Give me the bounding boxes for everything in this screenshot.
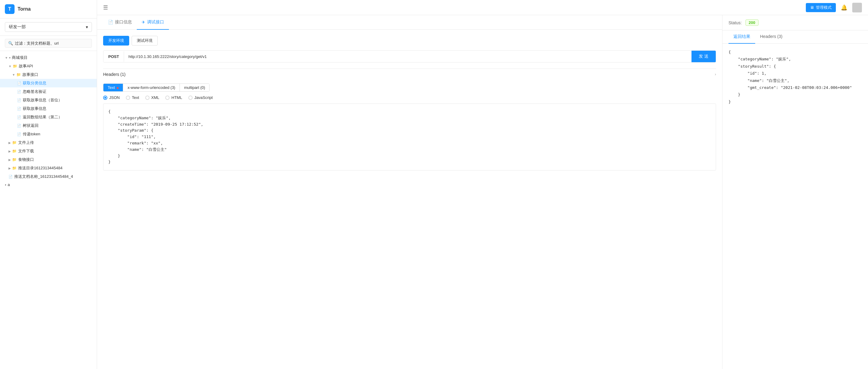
tab-debug[interactable]: ✈ 调试接口 xyxy=(137,15,169,30)
body-tab-multipart[interactable]: multipart (0) xyxy=(180,84,209,91)
result-tab-return-label: 返回结果 xyxy=(733,34,750,39)
status-label: Status: xyxy=(728,20,742,25)
project-icon: ▪ xyxy=(9,56,10,60)
body-tab-form-label: x-www-form-urlencoded (3) xyxy=(127,85,175,90)
sidebar-item-label: 获取故事信息（首位） xyxy=(23,97,62,103)
arrow-icon: ▶ xyxy=(8,150,11,153)
result-code-area: { "categoryName": "娱乐", "storyResult": {… xyxy=(722,44,868,110)
doc-icon: 📄 xyxy=(108,20,113,25)
format-html[interactable]: HTML xyxy=(165,95,182,100)
sidebar-item-label: 传递token xyxy=(23,132,40,137)
sidebar-item-push-doc[interactable]: 📄 推送文档名称_1612313445484_4 xyxy=(0,172,97,181)
mgmt-mode-button[interactable]: 🖥 管理模式 xyxy=(806,3,836,12)
sidebar-item-label: 返回数组结果（第二） xyxy=(23,114,62,120)
dot-indicator xyxy=(117,87,119,89)
body-format-tabs: Text x-www-form-urlencoded (3) multipart… xyxy=(103,83,210,92)
result-tabs: 返回结果 Headers (3) xyxy=(722,30,868,44)
format-js[interactable]: JavaScript xyxy=(188,95,213,100)
sidebar-item-tree-return[interactable]: 📄 树状返回 xyxy=(0,121,97,130)
format-json[interactable]: JSON xyxy=(103,95,120,100)
result-code-content: { "categoryName": "娱乐", "storyResult": {… xyxy=(728,49,862,105)
dept-dropdown[interactable]: 研发一部 ▾ xyxy=(5,22,92,32)
hamburger-icon[interactable]: ☰ xyxy=(103,4,108,11)
search-wrapper: 🔍 xyxy=(5,39,92,48)
sidebar-item-push-dir[interactable]: ▶ 📁 推送目录1612313445484 xyxy=(0,164,97,172)
file-icon: 📄 xyxy=(17,107,21,111)
headers-title: Headers (1) xyxy=(103,72,126,77)
send-button[interactable]: 发 送 xyxy=(691,51,716,62)
sidebar-item-label: 商城项目 xyxy=(12,55,28,60)
sidebar-item-get-story[interactable]: 📄 获取故事信息 xyxy=(0,104,97,113)
arrow-icon: ▶ xyxy=(8,158,11,162)
sidebar-item-file-download[interactable]: ▶ 📁 文件下载 xyxy=(0,147,97,155)
format-text-label: Text xyxy=(132,95,139,100)
sidebar-item-ignore-sign[interactable]: 📄 忽略签名验证 xyxy=(0,87,97,96)
file-icon: 📄 xyxy=(17,98,21,102)
url-bar: POST 发 送 xyxy=(103,50,716,62)
format-xml[interactable]: XML xyxy=(145,95,159,100)
sidebar-item-story-api[interactable]: ▼ 📁 故事API xyxy=(0,62,97,70)
radio-circle-json xyxy=(103,95,107,100)
radio-circle-html xyxy=(165,95,169,100)
sidebar-item-food[interactable]: ▶ 📁 食物接口 xyxy=(0,155,97,164)
sidebar: T Torna 研发一部 ▾ 🔍 ▼ ▪ 商城项目 ▼ 📁 故事API ▼ 📁 xyxy=(0,0,97,369)
folder-icon: 📁 xyxy=(17,73,21,77)
body-tab-multipart-label: multipart (0) xyxy=(184,85,205,90)
result-tab-headers-label: Headers (3) xyxy=(760,34,782,39)
body-tab-form[interactable]: x-www-form-urlencoded (3) xyxy=(123,84,180,91)
tab-info[interactable]: 📄 接口信息 xyxy=(103,15,137,30)
api-panel: 📄 接口信息 ✈ 调试接口 开发环境 测试环境 POST 发 xyxy=(97,15,722,369)
arrow-icon: ▶ xyxy=(8,167,11,170)
sidebar-item-label: 推送文档名称_1612313445484_4 xyxy=(14,174,73,179)
sidebar-item-story-interface[interactable]: ▼ 📁 故事接口 xyxy=(0,70,97,79)
search-icon: 🔍 xyxy=(8,41,13,46)
sidebar-item-mall[interactable]: ▼ ▪ 商城项目 xyxy=(0,53,97,62)
format-xml-label: XML xyxy=(151,95,159,100)
sidebar-item-return-multi[interactable]: 📄 返回数组结果（第二） xyxy=(0,113,97,121)
bell-icon[interactable]: 🔔 xyxy=(841,4,847,11)
chevron-down-icon: ▾ xyxy=(86,25,88,29)
sidebar-tree: ▼ ▪ 商城项目 ▼ 📁 故事API ▼ 📁 故事接口 📄 获取分类信息 📄 忽… xyxy=(0,51,97,369)
folder-icon: 📁 xyxy=(12,149,17,153)
radio-circle-js xyxy=(188,95,193,100)
file-icon: 📄 xyxy=(17,132,21,136)
result-header: Status: 200 xyxy=(722,15,868,30)
sidebar-item-pass-token[interactable]: 📄 传递token xyxy=(0,130,97,138)
body-code-editor[interactable]: { "categoryName": "娱乐", "createTime": "2… xyxy=(103,104,716,171)
env-test-button[interactable]: 测试环境 xyxy=(132,36,158,46)
folder-icon: 📁 xyxy=(12,158,17,162)
sidebar-item-file-upload[interactable]: ▶ 📁 文件上传 xyxy=(0,138,97,147)
result-tab-return[interactable]: 返回结果 xyxy=(728,30,755,44)
body-tab-text[interactable]: Text xyxy=(103,84,123,91)
avatar[interactable] xyxy=(852,3,862,12)
monitor-icon: 🖥 xyxy=(810,5,814,10)
sidebar-item-label: a xyxy=(8,182,10,187)
result-tab-headers[interactable]: Headers (3) xyxy=(755,30,787,44)
format-radio-group: JSON Text XML HTML xyxy=(103,95,716,100)
file-icon: 📄 xyxy=(17,81,21,85)
topbar-left: ☰ xyxy=(103,4,113,11)
sidebar-item-label: 树状返回 xyxy=(23,123,38,129)
sidebar-item-label: 故事API xyxy=(19,63,33,69)
api-tabs: 📄 接口信息 ✈ 调试接口 xyxy=(97,15,722,30)
sidebar-item-get-story-first[interactable]: 📄 获取故事信息（首位） xyxy=(0,96,97,104)
format-js-label: JavaScript xyxy=(194,95,213,100)
format-text[interactable]: Text xyxy=(126,95,139,100)
arrow-icon: ▼ xyxy=(5,56,8,59)
tab-info-label: 接口信息 xyxy=(115,20,132,25)
sidebar-item-label: 获取分类信息 xyxy=(23,80,46,86)
url-input[interactable] xyxy=(124,51,691,62)
env-dev-button[interactable]: 开发环境 xyxy=(103,36,129,46)
dept-label: 研发一部 xyxy=(9,24,26,30)
folder-icon: 📁 xyxy=(13,64,17,68)
method-label: POST xyxy=(103,51,124,62)
body-tab-text-label: Text xyxy=(108,85,115,90)
folder-icon: 📁 xyxy=(12,141,17,145)
search-input[interactable] xyxy=(15,41,89,46)
body-code-content: { "categoryName": "娱乐", "createTime": "2… xyxy=(108,109,711,165)
main-area: ☰ 🖥 管理模式 🔔 📄 接口信息 ✈ 调试接口 xyxy=(97,0,868,369)
sidebar-item-a[interactable]: ▪ a xyxy=(0,181,97,189)
sidebar-item-get-category[interactable]: 📄 获取分类信息 xyxy=(0,79,97,87)
sidebar-item-label: 食物接口 xyxy=(18,157,34,162)
arrow-icon: ▼ xyxy=(12,73,15,77)
